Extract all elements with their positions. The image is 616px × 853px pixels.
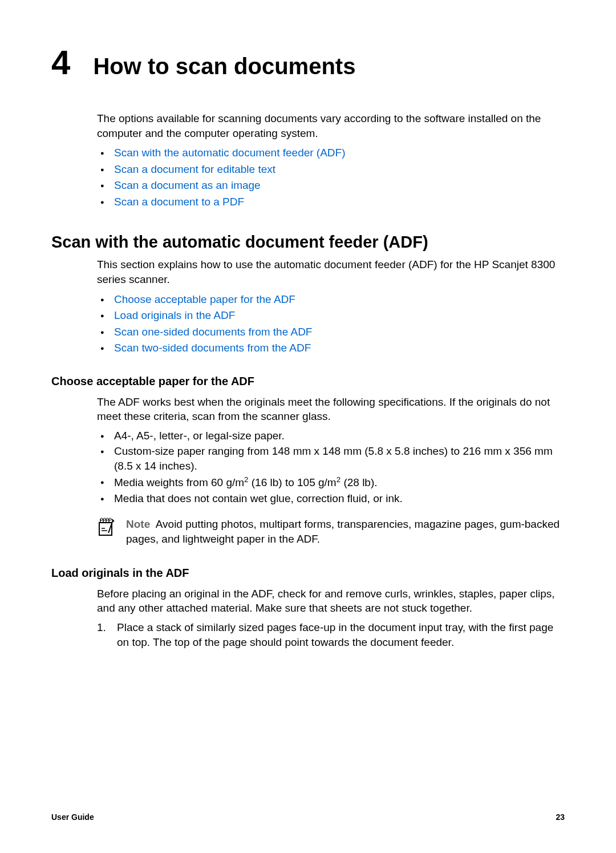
list-item: Custom-size paper ranging from 148 mm x … xyxy=(97,444,565,473)
note-block: Note Avoid putting photos, multipart for… xyxy=(97,517,565,546)
list-item: Load originals in the ADF xyxy=(97,308,565,324)
chapter-header: 4 How to scan documents xyxy=(51,46,565,80)
bullet-text: Custom-size paper ranging from 148 mm x … xyxy=(114,445,553,472)
list-item: Scan a document to a PDF xyxy=(97,194,565,211)
steps-list: 1.Place a stack of similarly sized pages… xyxy=(97,620,565,649)
subsection-text: The ADF works best when the originals me… xyxy=(97,395,565,424)
list-item: Media weights from 60 g/m2 (16 lb) to 10… xyxy=(97,475,565,490)
list-item: Scan two-sided documents from the ADF xyxy=(97,340,565,357)
chapter-number: 4 xyxy=(51,46,70,80)
subsection-body: Before placing an original in the ADF, c… xyxy=(97,587,565,650)
list-item: Scan with the automatic document feeder … xyxy=(97,145,565,161)
link-scan-one-sided[interactable]: Scan one-sided documents from the ADF xyxy=(114,326,312,338)
bullet-text-part: (28 lb). xyxy=(341,476,377,488)
link-load-originals[interactable]: Load originals in the ADF xyxy=(114,309,235,321)
chapter-title: How to scan documents xyxy=(93,54,355,79)
section-text: This section explains how to use the aut… xyxy=(97,257,565,286)
intro-text: The options available for scanning docum… xyxy=(97,111,565,140)
list-item: Scan a document for editable text xyxy=(97,161,565,178)
section-heading-adf: Scan with the automatic document feeder … xyxy=(51,233,565,252)
link-choose-paper[interactable]: Choose acceptable paper for the ADF xyxy=(114,293,295,305)
list-item: Scan one-sided documents from the ADF xyxy=(97,324,565,341)
link-scan-as-image[interactable]: Scan a document as an image xyxy=(114,179,261,191)
link-scan-editable-text[interactable]: Scan a document for editable text xyxy=(114,163,275,175)
list-item: Scan a document as an image xyxy=(97,177,565,194)
note-label: Note xyxy=(126,518,150,530)
page-footer: User Guide 23 xyxy=(51,812,565,822)
subsection-heading: Load originals in the ADF xyxy=(51,567,565,580)
bullet-text: Media that does not contain wet glue, co… xyxy=(114,492,403,504)
list-item: Media that does not contain wet glue, co… xyxy=(97,491,565,506)
list-item: Choose acceptable paper for the ADF xyxy=(97,292,565,308)
subsection-heading: Choose acceptable paper for the ADF xyxy=(51,375,565,388)
link-scan-to-pdf[interactable]: Scan a document to a PDF xyxy=(114,196,244,208)
step-item: 1.Place a stack of similarly sized pages… xyxy=(97,620,565,649)
link-scan-adf[interactable]: Scan with the automatic document feeder … xyxy=(114,147,346,159)
note-icon xyxy=(97,517,117,537)
intro-block: The options available for scanning docum… xyxy=(97,111,565,210)
bullet-text-part: (16 lb) to 105 g/m xyxy=(249,476,337,488)
subsection-load-originals: Load originals in the ADF Before placing… xyxy=(51,567,565,650)
intro-link-list: Scan with the automatic document feeder … xyxy=(97,145,565,210)
bullet-text-part: Media weights from 60 g/m xyxy=(114,476,244,488)
note-text-content: Note Avoid putting photos, multipart for… xyxy=(126,517,565,546)
step-number: 1. xyxy=(97,620,106,635)
superscript: 2 xyxy=(337,475,341,484)
bullet-text: A4-, A5-, letter-, or legal-size paper. xyxy=(114,430,285,442)
subsection-body: The ADF works best when the originals me… xyxy=(97,395,565,547)
section-link-list: Choose acceptable paper for the ADF Load… xyxy=(97,292,565,357)
subsection-choose-paper: Choose acceptable paper for the ADF The … xyxy=(51,375,565,547)
link-scan-two-sided[interactable]: Scan two-sided documents from the ADF xyxy=(114,342,311,354)
subsection-text: Before placing an original in the ADF, c… xyxy=(97,587,565,616)
spec-bullet-list: A4-, A5-, letter-, or legal-size paper. … xyxy=(97,428,565,506)
footer-page-number: 23 xyxy=(556,812,565,822)
note-body: Avoid putting photos, multipart forms, t… xyxy=(126,518,560,545)
section-body: This section explains how to use the aut… xyxy=(97,257,565,356)
footer-left: User Guide xyxy=(51,812,94,822)
list-item: A4-, A5-, letter-, or legal-size paper. xyxy=(97,428,565,443)
step-text: Place a stack of similarly sized pages f… xyxy=(117,621,553,648)
superscript: 2 xyxy=(244,475,248,484)
